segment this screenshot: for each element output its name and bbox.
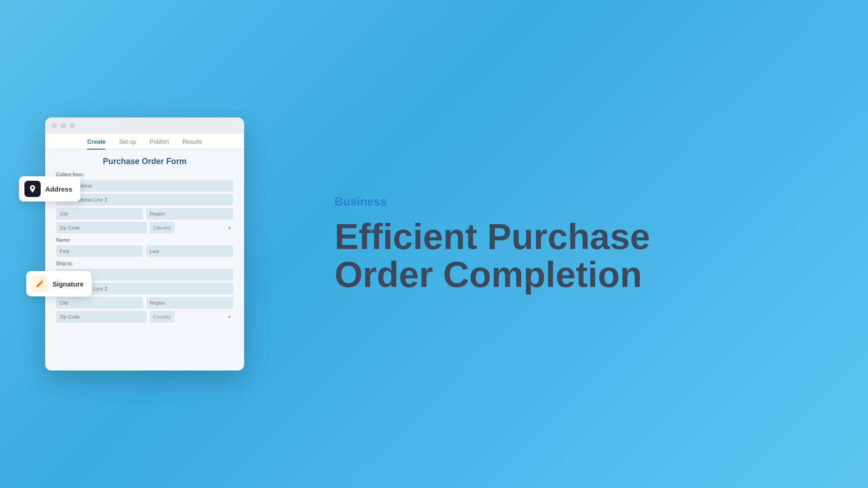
- pencil-icon: [35, 279, 44, 288]
- ship-to-label: Ship to:: [56, 261, 233, 266]
- main-headline: Efficient Purchase Order Completion: [335, 218, 823, 294]
- ship-city-region-row: [56, 297, 233, 309]
- tab-setup[interactable]: Set up: [119, 138, 136, 149]
- name-row: [56, 245, 233, 257]
- country-select[interactable]: Country: [150, 222, 175, 234]
- zip-input[interactable]: [56, 222, 147, 234]
- ship-region-input[interactable]: [146, 297, 233, 309]
- ship-country-select-wrapper: Country: [150, 311, 233, 323]
- left-panel: Create Set up Publish Results Purchase O…: [0, 0, 289, 488]
- right-panel: Business Efficient Purchase Order Comple…: [289, 0, 868, 488]
- form-title: Purchase Order Form: [56, 157, 233, 166]
- address-badge-icon: [24, 181, 41, 197]
- headline-line2: Order Completion: [335, 254, 642, 295]
- street-address-line2-input[interactable]: [56, 194, 233, 206]
- zip-country-row: Country: [56, 222, 233, 234]
- tab-create[interactable]: Create: [87, 138, 105, 150]
- address-badge: Address: [19, 176, 80, 202]
- headline-line1: Efficient Purchase: [335, 216, 650, 257]
- street-address-input[interactable]: [56, 180, 233, 192]
- browser-tabs: Create Set up Publish Results: [45, 134, 244, 150]
- window-dot-red: [52, 123, 57, 128]
- browser-window: Create Set up Publish Results Purchase O…: [45, 117, 244, 371]
- ship-country-select[interactable]: Country: [150, 311, 175, 323]
- last-name-input[interactable]: [146, 245, 233, 257]
- ship-zip-country-row: Country: [56, 311, 233, 323]
- tab-publish[interactable]: Publish: [150, 138, 169, 149]
- location-pin-icon: [28, 184, 37, 193]
- name-label: Name:: [56, 237, 233, 243]
- signature-badge: Signature: [26, 271, 92, 296]
- window-dot-yellow: [61, 123, 66, 128]
- category-label: Business: [335, 195, 823, 209]
- city-input[interactable]: [56, 208, 143, 220]
- window-dot-green: [70, 123, 75, 128]
- address-badge-label: Address: [45, 185, 72, 193]
- browser-titlebar: [45, 117, 244, 134]
- tab-results[interactable]: Results: [183, 138, 202, 149]
- first-name-input[interactable]: [56, 245, 143, 257]
- collect-from-label: Collect from:: [56, 172, 233, 177]
- ship-city-input[interactable]: [56, 297, 143, 309]
- country-select-wrapper: Country: [150, 222, 233, 234]
- signature-badge-label: Signature: [52, 280, 84, 288]
- ship-zip-input[interactable]: [56, 311, 147, 323]
- signature-badge-icon: [32, 276, 48, 292]
- region-input[interactable]: [146, 208, 233, 220]
- city-region-row: [56, 208, 233, 220]
